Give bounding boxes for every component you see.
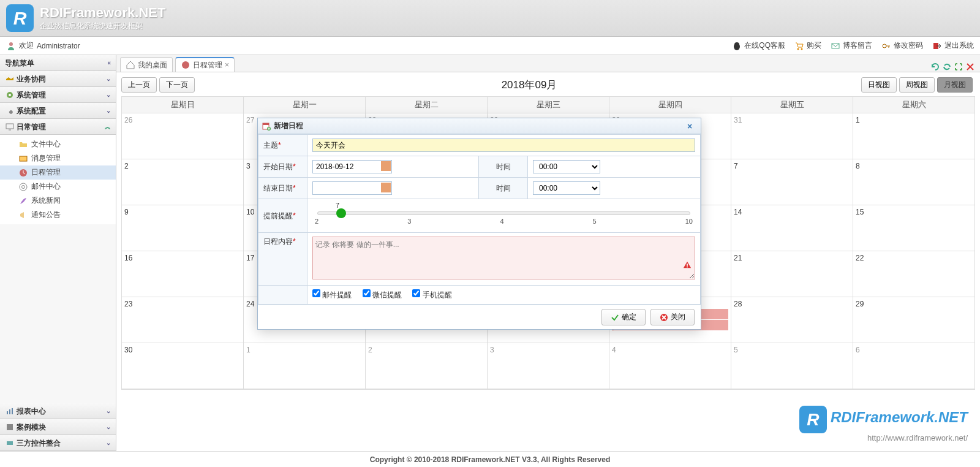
submenu-mail[interactable]: 邮件中心 [0,180,116,194]
folder-icon [18,140,28,150]
calendar-cell[interactable]: 16 [122,251,244,297]
month-view-button[interactable]: 月视图 [937,77,973,93]
calendar-cell[interactable]: 5 [731,343,853,389]
sidebar-group-report[interactable]: 报表中心⌄ [0,403,116,419]
sidebar-group-biz[interactable]: 业务协同⌄ [0,71,116,87]
chevron-down-icon: ⌄ [106,71,111,87]
username-label: Administrator [37,42,80,50]
submenu-news[interactable]: 系统新闻 [0,194,116,208]
submenu-files[interactable]: 文件中心 [0,137,116,151]
next-page-button[interactable]: 下一页 [159,77,195,93]
close-all-icon[interactable] [965,62,975,72]
dialog-title-text: 新增日程 [274,121,303,131]
weekday-sun: 星期日 [122,97,244,113]
tab-schedule[interactable]: 日程管理× [175,57,235,72]
sidebar: 导航菜单« 业务协同⌄ 系统管理⌄ 系统配置⌄ 日常管理︽ 文件中心 消息管理 … [0,55,116,451]
qq-support-link[interactable]: 在线QQ客服 [732,40,785,51]
tab-close-icon[interactable]: × [225,58,229,72]
day-view-button[interactable]: 日视图 [861,77,897,93]
dialog-close-icon[interactable]: × [687,121,697,131]
new-schedule-dialog: 新增日程 × 主题* 开始日期* 时间 00:00 结束日期* 时间 00:00… [257,118,701,330]
calendar-title: 2018年09月 [197,78,861,92]
calendar-cell[interactable]: 31 [731,113,853,159]
content-label: 日程内容* [258,233,307,286]
svg-rect-20 [12,408,13,414]
logout-link[interactable]: 退出系统 [932,40,974,51]
svg-rect-22 [7,441,13,445]
sidebar-group-case[interactable]: 案例模块⌄ [0,419,116,435]
sidebar-group-sys[interactable]: 系统管理⌄ [0,87,116,103]
dialog-titlebar[interactable]: 新增日程 × [258,118,701,134]
end-time-select[interactable]: 00:00 [533,181,600,195]
buy-link[interactable]: 购买 [794,40,821,51]
svg-point-4 [801,48,803,50]
subject-input[interactable] [312,139,695,152]
svg-point-11 [9,94,11,96]
slider-knob[interactable] [336,208,346,218]
slider-tick: 10 [685,218,693,225]
weekday-fri: 星期五 [731,97,853,113]
slider-tick: 4 [500,218,503,225]
sidebar-group-daily[interactable]: 日常管理︽ [0,119,116,135]
prev-page-button[interactable]: 上一页 [121,77,157,93]
wechat-reminder-checkbox[interactable]: 微信提醒 [363,290,402,299]
qq-icon [732,41,742,51]
calendar-cell[interactable]: 22 [853,251,974,297]
calendar-cell[interactable]: 29 [853,297,974,343]
calendar-cell[interactable]: 4 [609,343,731,389]
calendar-picker-icon[interactable] [381,161,391,171]
calendar-cell[interactable]: 6 [853,343,974,389]
nav-menu-header[interactable]: 导航菜单« [0,55,116,71]
start-time-select[interactable]: 00:00 [533,160,600,173]
calendar-cell[interactable]: 28 [731,297,853,343]
sync-icon[interactable] [942,62,952,72]
weekday-sat: 星期六 [853,97,974,113]
submenu-schedule[interactable]: 日程管理 [0,165,116,180]
ok-button[interactable]: 确定 [601,309,646,325]
start-time-label: 时间 [479,156,528,178]
calendar-cell[interactable]: 21 [731,251,853,297]
calendar-cell[interactable]: 8 [853,159,974,205]
calendar-cell[interactable]: 14 [731,205,853,251]
chevron-down-icon: ⌄ [106,403,111,419]
calendar-cell[interactable]: 1 [244,343,366,389]
calendar-cell[interactable]: 30 [122,343,244,389]
svg-rect-25 [263,123,269,125]
svg-rect-18 [7,411,8,414]
submenu-messages[interactable]: 消息管理 [0,151,116,165]
chevron-down-icon: ⌄ [106,419,111,435]
calendar-cell[interactable]: 2 [122,159,244,205]
end-date-input[interactable] [312,181,392,195]
slider-tick: 5 [593,218,597,225]
calendar-cell[interactable]: 7 [731,159,853,205]
cancel-icon [660,313,668,322]
calendar-cell[interactable]: 2 [366,343,488,389]
refresh-icon[interactable] [930,62,940,72]
week-view-button[interactable]: 周视图 [899,77,935,93]
content-textarea[interactable] [312,237,695,279]
close-button[interactable]: 关闭 [650,309,695,325]
brand-title: RDIFramework.NET [40,5,165,21]
tab-desktop[interactable]: 我的桌面 [120,57,173,72]
maximize-icon[interactable] [954,62,963,72]
blog-link[interactable]: 博客留言 [831,40,872,51]
sidebar-group-thirdparty[interactable]: 三方控件整合⌄ [0,435,116,451]
submenu-notice[interactable]: 通知公告 [0,208,116,222]
calendar-cell[interactable]: 23 [122,297,244,343]
email-reminder-checkbox[interactable]: 邮件提醒 [312,290,352,299]
change-password-link[interactable]: 修改密码 [881,40,923,51]
calendar-cell[interactable]: 15 [853,205,974,251]
calendar-picker-icon[interactable] [381,183,391,192]
calendar-cell[interactable]: 3 [488,343,609,389]
check-icon [611,313,619,322]
start-date-input[interactable] [312,160,392,173]
weekday-thu: 星期四 [609,97,731,113]
calendar-cell[interactable]: 9 [122,205,244,251]
svg-point-0 [9,42,13,46]
calendar-cell[interactable]: 26 [122,113,244,159]
phone-reminder-checkbox[interactable]: 手机提醒 [412,290,451,299]
sidebar-group-cfg[interactable]: 系统配置⌄ [0,103,116,119]
remind-slider[interactable]: 7 2 3 4 5 10 [312,203,695,229]
key-icon [881,41,891,51]
calendar-cell[interactable]: 1 [853,113,974,159]
